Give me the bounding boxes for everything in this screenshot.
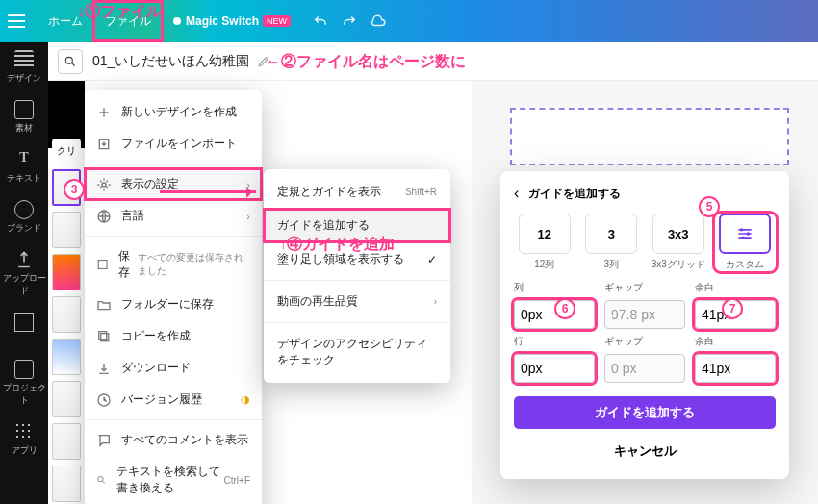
menu-find[interactable]: テキストを検索して書き換えるCtrl+F bbox=[85, 456, 262, 504]
svg-point-12 bbox=[747, 232, 750, 235]
svg-point-11 bbox=[740, 228, 743, 231]
display-submenu: 定規とガイドを表示Shift+R ガイドを追加する 塗り足し領域を表示する✓ 動… bbox=[264, 169, 450, 383]
label-gap: ギャップ bbox=[604, 281, 685, 294]
input-gap2[interactable] bbox=[604, 354, 685, 383]
nav-elements[interactable]: 素材 bbox=[0, 92, 48, 142]
input-rows[interactable] bbox=[514, 354, 595, 383]
panel-title: ガイドを追加する bbox=[528, 186, 621, 202]
input-margin2[interactable] bbox=[695, 354, 776, 383]
submenu-quality[interactable]: 動画の再生品質› bbox=[264, 285, 450, 318]
globe-icon bbox=[96, 209, 112, 224]
page-thumb[interactable] bbox=[52, 423, 81, 460]
canvas-page[interactable] bbox=[510, 108, 789, 165]
svg-rect-3 bbox=[98, 261, 107, 269]
top-bar: ホーム ファイル Magic Switch NEW bbox=[0, 0, 818, 42]
nav-design[interactable]: デザイン bbox=[0, 42, 48, 92]
label-rows: 行 bbox=[514, 335, 595, 348]
download-icon bbox=[96, 361, 112, 376]
nav-projects[interactable]: プロジェクト bbox=[0, 352, 48, 415]
page-thumb[interactable] bbox=[52, 381, 81, 417]
page-thumb[interactable] bbox=[52, 296, 81, 333]
svg-point-7 bbox=[98, 476, 103, 481]
svg-rect-5 bbox=[99, 331, 107, 339]
page-thumb[interactable] bbox=[52, 212, 81, 248]
label-margin: 余白 bbox=[695, 281, 776, 294]
input-columns[interactable] bbox=[514, 300, 595, 329]
label-gap2: ギャップ bbox=[604, 335, 685, 348]
copy-icon bbox=[96, 329, 112, 344]
svg-point-0 bbox=[65, 57, 72, 63]
left-nav: デザイン 素材 Tテキスト ブランド アップロード - プロジェクト アプリ bbox=[0, 42, 48, 504]
cloud-icon[interactable] bbox=[370, 13, 387, 30]
submenu-a11y[interactable]: デザインのアクセシビリティをチェック bbox=[264, 327, 450, 377]
menu-save-folder[interactable]: フォルダーに保存 bbox=[85, 289, 262, 320]
nav-upload[interactable]: アップロード bbox=[0, 242, 48, 305]
sliders-icon bbox=[735, 224, 754, 243]
cancel-button[interactable]: キャンセル bbox=[514, 437, 776, 466]
search-icon bbox=[64, 55, 77, 68]
folder-icon bbox=[96, 297, 112, 313]
nav-text[interactable]: Tテキスト bbox=[0, 142, 48, 192]
submenu-ruler[interactable]: 定規とガイドを表示Shift+R bbox=[264, 175, 450, 209]
menu-icon[interactable] bbox=[8, 14, 25, 28]
document-title[interactable]: 01_いしだせいほん幼稚園 bbox=[92, 53, 249, 70]
svg-point-1 bbox=[102, 183, 106, 187]
pencil-icon[interactable] bbox=[257, 55, 270, 68]
menu-versions[interactable]: バージョン履歴◑ bbox=[85, 384, 262, 416]
preset-custom[interactable]: カスタム bbox=[715, 214, 777, 271]
comment-icon bbox=[96, 433, 112, 448]
submenu-bleed[interactable]: 塗り足し領域を表示する✓ bbox=[264, 242, 450, 276]
svg-rect-4 bbox=[101, 333, 109, 340]
guide-panel: ‹ ガイドを追加する 1212列 33列 3x33x3グリッド カスタム 列 ギ… bbox=[500, 171, 789, 479]
menu-import[interactable]: ファイルをインポート bbox=[85, 128, 262, 160]
nav-misc[interactable]: - bbox=[0, 305, 48, 352]
label-margin2: 余白 bbox=[695, 335, 776, 348]
title-row: 01_いしだせいほん幼稚園 bbox=[48, 42, 818, 81]
preset-12[interactable]: 1212列 bbox=[514, 214, 575, 271]
menu-language[interactable]: 言語› bbox=[85, 200, 262, 232]
search-button[interactable] bbox=[58, 49, 83, 74]
nav-brand[interactable]: ブランド bbox=[0, 192, 48, 242]
page-thumb[interactable] bbox=[52, 339, 81, 375]
gear-icon bbox=[96, 177, 112, 192]
back-button[interactable]: ‹ bbox=[514, 185, 519, 202]
page-thumb[interactable] bbox=[52, 169, 81, 206]
preset-3[interactable]: 33列 bbox=[581, 214, 643, 271]
input-margin1[interactable] bbox=[695, 300, 776, 329]
file-menu: 新しいデザインを作成 ファイルをインポート 表示の設定› 言語› 保存すべての変… bbox=[85, 90, 262, 504]
submenu-add-guide[interactable]: ガイドを追加する bbox=[264, 209, 450, 242]
check-icon: ✓ bbox=[427, 253, 437, 266]
page-thumb[interactable] bbox=[52, 254, 81, 290]
input-gap1[interactable] bbox=[604, 300, 685, 329]
svg-point-13 bbox=[742, 237, 745, 239]
nav-apps[interactable]: アプリ bbox=[0, 415, 48, 465]
magic-switch-button[interactable]: Magic Switch NEW bbox=[164, 0, 300, 42]
label-columns: 列 bbox=[514, 281, 595, 294]
add-guide-button[interactable]: ガイドを追加する bbox=[514, 396, 776, 429]
new-badge: NEW bbox=[263, 15, 291, 27]
preset-3x3[interactable]: 3x33x3グリッド bbox=[648, 214, 709, 271]
undo-icon[interactable] bbox=[312, 13, 329, 30]
chevron-right-icon: › bbox=[246, 179, 250, 190]
file-button[interactable]: ファイル bbox=[92, 0, 164, 42]
home-button[interactable]: ホーム bbox=[38, 0, 92, 42]
menu-new-design[interactable]: 新しいデザインを作成 bbox=[85, 96, 262, 128]
menu-comments[interactable]: すべてのコメントを表示 bbox=[85, 424, 262, 456]
page-thumbnails: クリ bbox=[48, 81, 85, 504]
menu-copy[interactable]: コピーを作成 bbox=[85, 320, 262, 352]
redo-icon[interactable] bbox=[341, 13, 358, 30]
page-thumb[interactable] bbox=[52, 466, 81, 502]
menu-display-settings[interactable]: 表示の設定› bbox=[85, 168, 262, 200]
menu-save[interactable]: 保存すべての変更は保存されました bbox=[85, 240, 262, 289]
menu-download[interactable]: ダウンロード bbox=[85, 352, 262, 384]
magic-label: Magic Switch bbox=[186, 14, 259, 28]
create-button[interactable]: クリ bbox=[52, 139, 81, 164]
history-icon bbox=[96, 392, 112, 408]
